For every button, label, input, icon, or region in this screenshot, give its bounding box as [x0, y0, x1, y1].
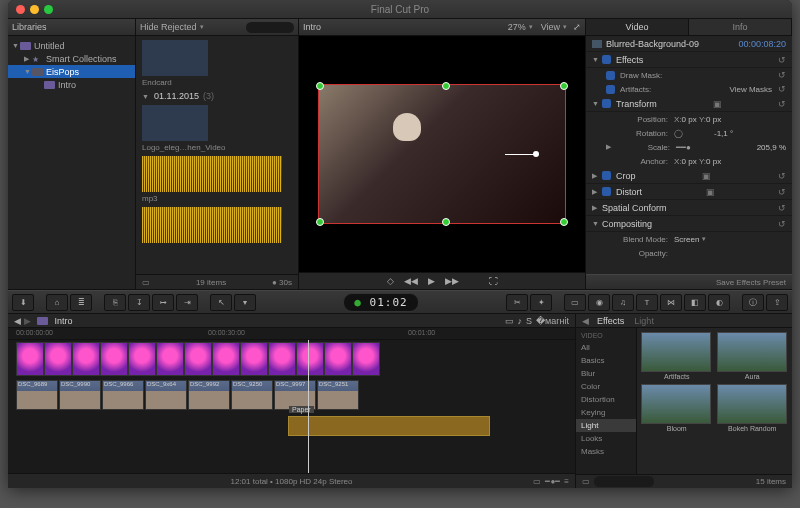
history-fwd[interactable]: ▶	[24, 316, 31, 326]
tools-dropdown[interactable]: ▾	[234, 294, 256, 311]
transform-handle[interactable]	[316, 218, 324, 226]
next-frame-button[interactable]: ▶▶	[445, 276, 459, 286]
filmstrip-icon[interactable]: ▭	[142, 278, 150, 287]
transform-handle[interactable]	[560, 82, 568, 90]
effect-category[interactable]: Looks	[576, 432, 636, 445]
primary-clip[interactable]	[324, 342, 352, 376]
play-button[interactable]: ▶	[428, 276, 435, 286]
rotation-handle[interactable]	[505, 154, 535, 155]
reset-icon[interactable]: ↺	[778, 84, 786, 94]
reset-icon[interactable]: ↺	[778, 219, 786, 229]
generators-browser[interactable]: ◐	[708, 294, 730, 311]
primary-clip[interactable]	[44, 342, 72, 376]
prev-frame-button[interactable]: ◀◀	[404, 276, 418, 286]
crop-toggle[interactable]	[602, 171, 611, 180]
effect-category[interactable]: Masks	[576, 445, 636, 458]
clip-appearance-button[interactable]: ▭	[533, 477, 541, 486]
effects-tab[interactable]: Effects	[597, 316, 624, 326]
connected-clip[interactable]: DSC_9x64	[145, 380, 187, 410]
effects-search[interactable]	[594, 476, 654, 487]
viewer-view-menu[interactable]: View	[541, 22, 567, 32]
share-button[interactable]: ⇪	[766, 294, 788, 311]
primary-clip[interactable]	[184, 342, 212, 376]
connected-clip[interactable]: DSC_9251	[317, 380, 359, 410]
blend-mode-dropdown[interactable]: Screen	[674, 235, 706, 244]
primary-clip[interactable]	[16, 342, 44, 376]
connected-clip[interactable]: DSC_9250	[231, 380, 273, 410]
effect-category[interactable]: Keying	[576, 406, 636, 419]
timeline-tracks[interactable]: DSC_9689DSC_9990DSC_9966DSC_9x64DSC_9992…	[8, 340, 575, 473]
anchor-x-field[interactable]: 0 px	[682, 157, 697, 166]
rotation-field[interactable]: -1,1 °	[714, 129, 733, 138]
scale-slider[interactable]: ━━●	[676, 143, 757, 152]
solo-toggle[interactable]: S	[526, 316, 532, 326]
primary-clip[interactable]	[268, 342, 296, 376]
primary-clip[interactable]	[156, 342, 184, 376]
distort-toggle[interactable]	[602, 187, 611, 196]
browser-clip-audio2[interactable]	[142, 207, 282, 243]
scale-field[interactable]: 205,9 %	[757, 143, 786, 152]
primary-clip[interactable]	[128, 342, 156, 376]
clip-duration-slider[interactable]: ●	[272, 278, 277, 287]
reset-icon[interactable]: ↺	[778, 171, 786, 181]
inspector-toggle[interactable]: ⓘ	[742, 294, 764, 311]
browser-clip-audio1[interactable]	[142, 156, 282, 192]
reset-icon[interactable]: ↺	[778, 99, 786, 109]
transitions-browser[interactable]: ⋈	[660, 294, 682, 311]
photos-browser[interactable]: ◉	[588, 294, 610, 311]
library-item-eispops[interactable]: ▼EisPops	[8, 65, 135, 78]
zoom-window[interactable]	[44, 5, 53, 14]
meter-button[interactable]: ≣	[70, 294, 92, 311]
effect-item[interactable]: Aura	[717, 332, 789, 380]
primary-clip[interactable]	[240, 342, 268, 376]
connected-clip[interactable]: DSC_9966	[102, 380, 144, 410]
snap-toggle[interactable]: �магніt	[536, 316, 569, 326]
inspector-tab-info[interactable]: Info	[689, 19, 792, 35]
audio-skim-toggle[interactable]: ♪	[518, 316, 523, 326]
effect-category[interactable]: Light	[576, 419, 636, 432]
browser-search[interactable]	[246, 22, 294, 33]
effects-library-toggle[interactable]: ▭	[582, 477, 590, 486]
themes-browser[interactable]: ◧	[684, 294, 706, 311]
viewer-zoom[interactable]: 27%	[508, 22, 533, 32]
reset-icon[interactable]: ↺	[778, 187, 786, 197]
append-button[interactable]: ↦	[152, 294, 174, 311]
effect-category[interactable]: Basics	[576, 354, 636, 367]
onscreen-icon[interactable]: ▣	[702, 171, 711, 181]
browser-filter-dropdown[interactable]: Hide Rejected	[140, 22, 204, 32]
effect-category[interactable]: Distortion	[576, 393, 636, 406]
music-browser[interactable]: ♫	[612, 294, 634, 311]
primary-clip[interactable]	[100, 342, 128, 376]
transform-tool-icon[interactable]: ◇	[387, 276, 394, 286]
anchor-y-field[interactable]: 0 px	[706, 157, 721, 166]
effects-toggle[interactable]	[602, 55, 611, 64]
playhead[interactable]	[308, 340, 309, 473]
zoom-slider[interactable]: ━●━	[545, 477, 560, 486]
reset-icon[interactable]: ↺	[778, 70, 786, 80]
overwrite-button[interactable]: ⇥	[176, 294, 198, 311]
connected-clip[interactable]: DSC_9990	[59, 380, 101, 410]
effect-category[interactable]: Blur	[576, 367, 636, 380]
reset-icon[interactable]: ↺	[778, 203, 786, 213]
skimming-toggle[interactable]: ▭	[505, 316, 514, 326]
primary-clip[interactable]	[352, 342, 380, 376]
inspector-tab-video[interactable]: Video	[586, 19, 689, 35]
primary-clip[interactable]	[296, 342, 324, 376]
effect-category[interactable]: Color	[576, 380, 636, 393]
view-masks-button[interactable]: View Masks	[729, 85, 772, 94]
connected-clip[interactable]: DSC_9992	[188, 380, 230, 410]
onscreen-icon[interactable]: ▣	[713, 99, 722, 109]
retime-button[interactable]: ✂	[506, 294, 528, 311]
drawmask-toggle[interactable]	[606, 71, 615, 80]
audio-clip[interactable]: Paper	[288, 416, 490, 436]
primary-clip[interactable]	[72, 342, 100, 376]
save-effects-preset-button[interactable]: Save Effects Preset	[716, 278, 786, 287]
connected-clip[interactable]: DSC_9689	[16, 380, 58, 410]
transform-handle[interactable]	[442, 82, 450, 90]
titles-browser[interactable]: T	[636, 294, 658, 311]
viewer-canvas[interactable]	[318, 84, 566, 224]
position-x-field[interactable]: 0 px	[682, 115, 697, 124]
index-button[interactable]: ≡	[564, 477, 569, 486]
browser-clip-endcard[interactable]	[142, 40, 208, 76]
library-toggle[interactable]: ▭	[564, 294, 586, 311]
